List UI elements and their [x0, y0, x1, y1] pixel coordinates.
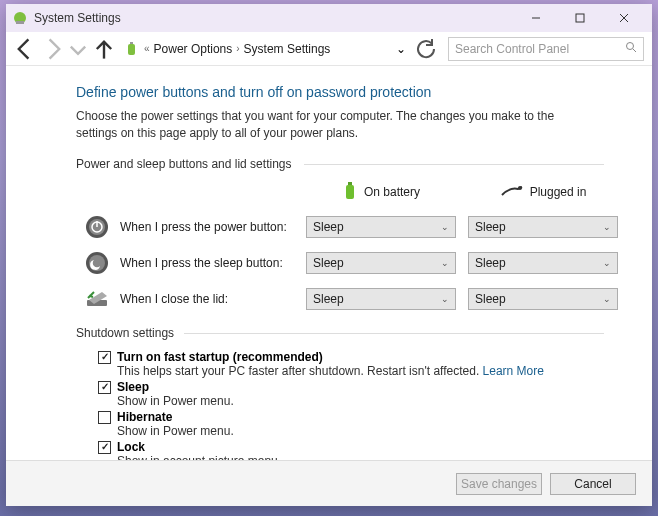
refresh-button[interactable] — [414, 37, 438, 61]
window-title: System Settings — [34, 11, 121, 25]
select-power-battery[interactable]: Sleep⌄ — [306, 216, 456, 238]
search-field[interactable] — [448, 37, 644, 61]
checkbox[interactable] — [98, 441, 111, 454]
svg-line-10 — [633, 49, 636, 52]
chevron-down-icon: ⌄ — [441, 258, 449, 268]
chevron-down-icon: ⌄ — [603, 222, 611, 232]
col-battery-label: On battery — [364, 185, 420, 199]
page-description: Choose the power settings that you want … — [76, 108, 596, 143]
power-button-icon — [84, 214, 110, 240]
chk-sub: This helps start your PC faster after sh… — [117, 364, 483, 378]
select-sleep-battery[interactable]: Sleep⌄ — [306, 252, 456, 274]
shutdown-list: Turn on fast startup (recommended) This … — [98, 350, 604, 460]
select-value: Sleep — [313, 292, 344, 306]
up-button[interactable] — [92, 37, 116, 61]
chk-sub: Show in Power menu. — [117, 424, 234, 438]
chevron-right-icon: › — [236, 43, 239, 54]
chk-fast-startup: Turn on fast startup (recommended) This … — [98, 350, 604, 378]
lid-icon — [84, 286, 110, 312]
row-sleep-button: When I press the sleep button: — [84, 250, 294, 276]
cancel-button[interactable]: Cancel — [550, 473, 636, 495]
chk-sleep: Sleep Show in Power menu. — [98, 380, 604, 408]
recent-dropdown[interactable] — [66, 37, 90, 61]
chevron-icon: « — [144, 43, 150, 54]
chevron-down-icon: ⌄ — [603, 258, 611, 268]
power-group-label: Power and sleep buttons and lid settings — [76, 157, 604, 171]
chk-title: Sleep — [117, 380, 234, 394]
content: Define power buttons and turn off on pas… — [6, 66, 652, 460]
svg-rect-7 — [128, 44, 135, 55]
breadcrumb[interactable]: « Power Options › System Settings — [124, 41, 394, 57]
col-battery: On battery — [306, 181, 456, 204]
power-grid: On battery Plugged in When I press the p… — [84, 181, 604, 312]
save-button[interactable]: Save changes — [456, 473, 542, 495]
svg-rect-12 — [348, 182, 352, 185]
svg-rect-8 — [130, 42, 133, 44]
maximize-button[interactable] — [558, 4, 602, 32]
shutdown-group-label: Shutdown settings — [76, 326, 604, 340]
row-power-button: When I press the power button: — [84, 214, 294, 240]
chk-lock: Lock Show in account picture menu. — [98, 440, 604, 460]
select-value: Sleep — [313, 220, 344, 234]
col-plugged-label: Plugged in — [530, 185, 587, 199]
svg-point-13 — [518, 186, 522, 190]
chevron-down-icon[interactable]: ⌄ — [396, 42, 406, 56]
select-power-plugged[interactable]: Sleep⌄ — [468, 216, 618, 238]
row-2-label: When I close the lid: — [120, 292, 228, 306]
power-options-icon — [12, 10, 28, 26]
chevron-down-icon: ⌄ — [441, 294, 449, 304]
breadcrumb-seg-0[interactable]: Power Options — [154, 42, 233, 56]
plug-col-icon — [500, 185, 524, 200]
chk-hibernate: Hibernate Show in Power menu. — [98, 410, 604, 438]
select-lid-plugged[interactable]: Sleep⌄ — [468, 288, 618, 310]
learn-more-link[interactable]: Learn More — [483, 364, 544, 378]
page-heading: Define power buttons and turn off on pas… — [76, 84, 604, 100]
checkbox[interactable] — [98, 381, 111, 394]
minimize-button[interactable] — [514, 4, 558, 32]
chevron-down-icon: ⌄ — [441, 222, 449, 232]
back-button[interactable] — [14, 37, 38, 61]
svg-rect-3 — [576, 14, 584, 22]
search-icon — [625, 41, 637, 56]
forward-button[interactable] — [40, 37, 64, 61]
select-lid-battery[interactable]: Sleep⌄ — [306, 288, 456, 310]
search-input[interactable] — [455, 42, 625, 56]
row-1-label: When I press the sleep button: — [120, 256, 283, 270]
chk-title: Hibernate — [117, 410, 234, 424]
chk-sub: Show in Power menu. — [117, 394, 234, 408]
svg-rect-11 — [346, 185, 354, 199]
battery-icon — [124, 41, 140, 57]
select-value: Sleep — [475, 220, 506, 234]
checkbox[interactable] — [98, 411, 111, 424]
close-button[interactable] — [602, 4, 646, 32]
svg-point-9 — [627, 43, 634, 50]
battery-col-icon — [342, 181, 358, 204]
window: System Settings « Power Options › System… — [6, 4, 652, 506]
titlebar: System Settings — [6, 4, 652, 32]
select-value: Sleep — [313, 256, 344, 270]
navbar: « Power Options › System Settings ⌄ — [6, 32, 652, 66]
chevron-down-icon: ⌄ — [603, 294, 611, 304]
sleep-button-icon — [84, 250, 110, 276]
row-0-label: When I press the power button: — [120, 220, 287, 234]
chk-title: Turn on fast startup (recommended) — [117, 350, 544, 364]
svg-rect-1 — [16, 21, 24, 24]
footer: Save changes Cancel — [6, 460, 652, 506]
chk-title: Lock — [117, 440, 281, 454]
select-sleep-plugged[interactable]: Sleep⌄ — [468, 252, 618, 274]
col-plugged: Plugged in — [468, 185, 618, 200]
select-value: Sleep — [475, 292, 506, 306]
select-value: Sleep — [475, 256, 506, 270]
breadcrumb-seg-1[interactable]: System Settings — [244, 42, 331, 56]
checkbox[interactable] — [98, 351, 111, 364]
row-close-lid: When I close the lid: — [84, 286, 294, 312]
